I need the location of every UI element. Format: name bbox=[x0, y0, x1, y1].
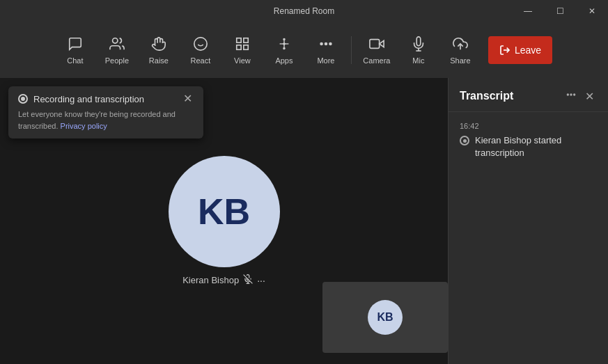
toolbar-view[interactable]: View bbox=[223, 26, 262, 74]
chat-icon bbox=[68, 36, 83, 54]
toolbar-apps[interactable]: Apps bbox=[265, 26, 304, 74]
apps-icon bbox=[276, 36, 292, 54]
toolbar-share[interactable]: Share bbox=[441, 26, 480, 74]
transcript-timestamp: 16:42 bbox=[460, 122, 597, 130]
svg-rect-5 bbox=[244, 38, 248, 42]
transcript-close-button[interactable]: ✕ bbox=[582, 88, 597, 104]
recording-text: Let everyone know they're being recorded… bbox=[18, 109, 194, 132]
recording-header: Recording and transcription ✕ bbox=[18, 93, 194, 104]
svg-point-27 bbox=[574, 94, 575, 95]
maximize-button[interactable]: ☐ bbox=[544, 0, 576, 22]
toolbar-raise[interactable]: Raise bbox=[139, 26, 178, 74]
transcript-entry: Kieran Bishop started transcription bbox=[460, 134, 597, 159]
view-icon bbox=[235, 36, 250, 54]
transcript-panel: Transcript ✕ 16:42 Kieran Bishop started… bbox=[448, 78, 608, 364]
more-icon bbox=[318, 36, 334, 54]
participant-container: KB Kieran Bishop ··· bbox=[169, 156, 280, 286]
toolbar-divider bbox=[351, 36, 352, 64]
svg-point-26 bbox=[570, 94, 572, 95]
transcript-dot-icon bbox=[460, 136, 469, 145]
thumbnail-avatar: KB bbox=[368, 300, 403, 335]
toolbar-mic-label: Mic bbox=[412, 56, 424, 65]
svg-rect-7 bbox=[237, 45, 241, 49]
toolbar-apps-label: Apps bbox=[275, 56, 293, 65]
svg-rect-17 bbox=[370, 39, 380, 48]
recording-dot-icon bbox=[18, 94, 28, 104]
toolbar-view-label: View bbox=[234, 56, 251, 65]
participant-mic-icon bbox=[243, 274, 253, 286]
svg-point-0 bbox=[113, 38, 118, 42]
svg-rect-6 bbox=[244, 45, 248, 49]
participant-avatar-large: KB bbox=[169, 156, 280, 267]
svg-point-13 bbox=[320, 42, 322, 45]
raise-icon bbox=[151, 36, 166, 54]
toolbar-more[interactable]: More bbox=[306, 26, 345, 74]
participant-more-button[interactable]: ··· bbox=[257, 275, 265, 286]
close-button[interactable]: ✕ bbox=[576, 0, 608, 22]
toolbar-react-label: React bbox=[191, 56, 211, 65]
minimize-button[interactable]: — bbox=[512, 0, 544, 22]
react-icon bbox=[193, 36, 208, 54]
transcript-title: Transcript bbox=[460, 90, 513, 102]
participant-name-row: Kieran Bishop ··· bbox=[182, 274, 265, 286]
toolbar-chat-label: Chat bbox=[67, 56, 83, 65]
toolbar-react[interactable]: React bbox=[181, 26, 220, 74]
main-content: Recording and transcription ✕ Let everyo… bbox=[0, 78, 608, 364]
svg-point-14 bbox=[325, 42, 327, 45]
leave-button[interactable]: Leave bbox=[488, 36, 552, 64]
svg-marker-16 bbox=[380, 40, 384, 47]
leave-button-label: Leave bbox=[515, 45, 541, 56]
recording-title-row: Recording and transcription bbox=[18, 94, 144, 104]
transcript-more-button[interactable] bbox=[563, 88, 579, 104]
toolbar-camera-label: Camera bbox=[363, 56, 390, 65]
toolbar-more-label: More bbox=[317, 56, 334, 65]
window-controls: — ☐ ✕ bbox=[512, 0, 608, 22]
recording-title: Recording and transcription bbox=[33, 94, 144, 104]
svg-rect-4 bbox=[237, 38, 241, 42]
title-bar: Renamed Room — ☐ ✕ bbox=[0, 0, 608, 22]
svg-point-1 bbox=[194, 37, 207, 49]
svg-point-25 bbox=[567, 94, 568, 95]
transcript-entry-text: Kieran Bishop started transcription bbox=[475, 134, 597, 159]
mic-icon bbox=[411, 36, 426, 54]
transcript-header-actions: ✕ bbox=[563, 88, 597, 104]
participant-name: Kieran Bishop bbox=[182, 275, 239, 285]
toolbar-raise-label: Raise bbox=[149, 56, 169, 65]
toolbar: Chat People Raise React View Apps More bbox=[0, 22, 608, 78]
privacy-policy-link[interactable]: Privacy policy bbox=[61, 122, 107, 130]
toolbar-people-label: People bbox=[105, 56, 129, 65]
toolbar-camera[interactable]: Camera bbox=[357, 26, 396, 74]
toolbar-chat[interactable]: Chat bbox=[56, 26, 95, 74]
toolbar-people[interactable]: People bbox=[98, 26, 137, 74]
leave-icon bbox=[499, 45, 510, 56]
toolbar-mic[interactable]: Mic bbox=[399, 26, 438, 74]
video-area: Recording and transcription ✕ Let everyo… bbox=[0, 78, 448, 364]
transcript-header: Transcript ✕ bbox=[449, 78, 608, 112]
recording-close-button[interactable]: ✕ bbox=[182, 93, 194, 104]
window-title: Renamed Room bbox=[274, 6, 334, 16]
people-icon bbox=[109, 36, 125, 54]
recording-notification: Recording and transcription ✕ Let everyo… bbox=[8, 86, 203, 139]
share-icon bbox=[453, 36, 468, 54]
svg-point-15 bbox=[329, 42, 332, 45]
camera-icon bbox=[369, 36, 384, 54]
transcript-body: 16:42 Kieran Bishop started transcriptio… bbox=[449, 112, 608, 169]
toolbar-share-label: Share bbox=[450, 56, 470, 65]
thumbnail-video: KB bbox=[322, 282, 448, 353]
